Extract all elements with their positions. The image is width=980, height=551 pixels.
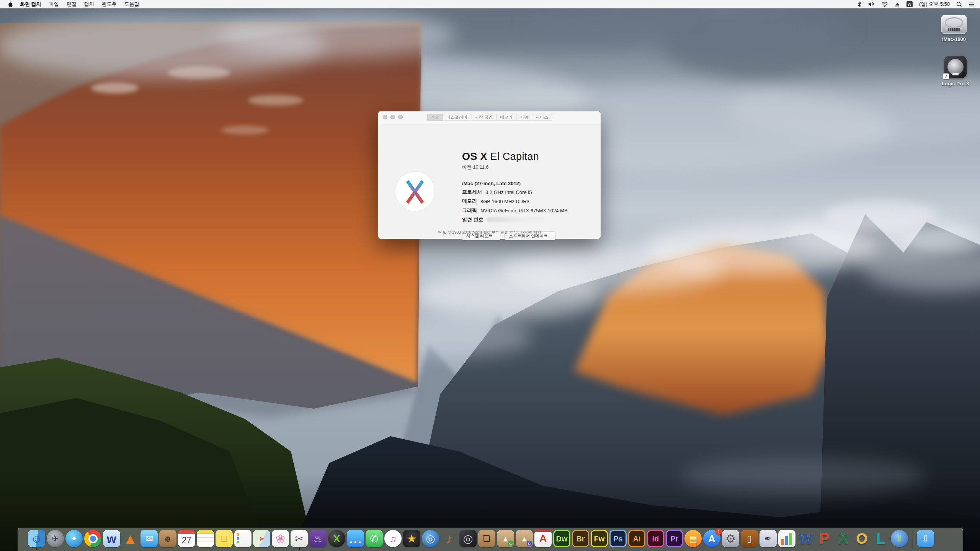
dock-item-garageband[interactable]: ♪ bbox=[441, 530, 458, 550]
contacts-glyph: ☻ bbox=[163, 534, 173, 543]
zoom-button[interactable] bbox=[398, 115, 403, 119]
dock-item-itunes[interactable]: ♫ bbox=[384, 530, 402, 550]
numbers-icon bbox=[778, 530, 795, 547]
dock-item-lync[interactable]: L bbox=[872, 530, 889, 550]
logic-speaker-disc bbox=[947, 59, 964, 75]
word-icon: W bbox=[797, 530, 814, 547]
dock-item-calendar[interactable]: 27 bbox=[178, 530, 195, 550]
dock-item-chrome[interactable] bbox=[84, 530, 101, 550]
menu-도움말[interactable]: 도움말 bbox=[121, 0, 143, 8]
stuffit-dropstuff-chip: G bbox=[527, 541, 532, 546]
menu-윈도우[interactable]: 윈도우 bbox=[98, 0, 121, 8]
license-agreement-link[interactable]: 사용권 계약 bbox=[520, 230, 541, 235]
garageband-glyph: ♪ bbox=[446, 531, 453, 546]
dock-item-app-store[interactable]: A1 bbox=[703, 530, 720, 550]
input-source-korean-icon[interactable]: A bbox=[906, 1, 913, 7]
bridge-icon: Br bbox=[572, 530, 589, 547]
dock-item-facetime[interactable]: ✆ bbox=[366, 530, 383, 550]
dock-item-photos[interactable]: ❀ bbox=[272, 530, 289, 550]
desktop-icon-logic-pro-x[interactable]: ↗ Logic Pro X bbox=[933, 56, 978, 86]
dock-item-contacts[interactable]: ☻ bbox=[159, 530, 176, 550]
dock-item-finder[interactable]: ☺ bbox=[28, 530, 45, 550]
dock-item-stuffit-dropstuff[interactable]: ▲G bbox=[516, 530, 533, 550]
dvd-player-icon: ◎ bbox=[422, 530, 439, 547]
desktop-icon-label: Logic Pro X bbox=[942, 81, 969, 86]
dock-item-notes[interactable] bbox=[197, 530, 214, 550]
dock-item-dvd-player[interactable]: ◎ bbox=[422, 530, 439, 550]
stickies-icon: ❏ bbox=[216, 530, 233, 547]
tab-디스플레이[interactable]: 디스플레이 bbox=[443, 114, 471, 121]
dock-item-excel[interactable]: X bbox=[835, 530, 852, 550]
dock-item-premiere[interactable]: Pr bbox=[666, 530, 683, 550]
copyright-footer: ™ 및 © 1983-2016 Apple Inc. 모든 권리 보유. 사용권… bbox=[378, 230, 601, 235]
notification-center-icon[interactable] bbox=[969, 2, 975, 7]
x-sphere-game-glyph: X bbox=[333, 534, 340, 544]
dock-item-acrobat-reader[interactable]: A bbox=[534, 530, 552, 550]
dock-item-messages[interactable]: … bbox=[347, 530, 364, 550]
tab-지원[interactable]: 지원 bbox=[516, 114, 532, 121]
dreamweaver-icon: Dw bbox=[553, 530, 570, 547]
dock-item-indesign[interactable]: Id bbox=[647, 530, 664, 550]
logic-pro-glyph: ◎ bbox=[463, 533, 473, 544]
dock-item-w-globe-web-app[interactable]: w bbox=[103, 530, 120, 550]
menu-편집[interactable]: 편집 bbox=[63, 0, 80, 8]
system-preferences-glyph: ⚙ bbox=[725, 533, 736, 544]
dock-item-maps[interactable]: ➤ bbox=[253, 530, 270, 550]
tab-메모리[interactable]: 메모리 bbox=[497, 114, 516, 121]
powerpoint-icon: P bbox=[816, 530, 833, 547]
tab-저장 공간[interactable]: 저장 공간 bbox=[471, 114, 497, 121]
logic-pro-icon: ↗ bbox=[944, 56, 967, 78]
dock-item-numbers[interactable] bbox=[778, 530, 795, 550]
menu-캡처[interactable]: 캡처 bbox=[80, 0, 98, 8]
minimize-button[interactable] bbox=[390, 115, 395, 119]
volume-icon[interactable] bbox=[868, 2, 875, 7]
dock-item-bridge[interactable]: Br bbox=[572, 530, 589, 550]
safari-glyph: ✦ bbox=[70, 535, 77, 543]
dock-item-downloads-folder[interactable]: ⇩ bbox=[917, 530, 934, 550]
close-button[interactable] bbox=[383, 115, 387, 119]
dock-item-toast-titanium[interactable]: ♨ bbox=[309, 530, 327, 550]
window-title-bar[interactable]: 개요디스플레이저장 공간메모리지원서비스 bbox=[378, 111, 601, 123]
dock-item-safari[interactable]: ✦ bbox=[65, 530, 83, 550]
eject-icon[interactable] bbox=[895, 2, 900, 7]
dock-item-vlc[interactable]: ▲ bbox=[122, 530, 139, 550]
dock-item-photo-pinboard[interactable]: ❏ bbox=[478, 530, 495, 550]
menu-파일[interactable]: 파일 bbox=[45, 0, 63, 8]
menu-화면 캡처[interactable]: 화면 캡처 bbox=[16, 0, 45, 8]
dock-item-screen-capture-grab[interactable]: ✂ bbox=[291, 530, 308, 550]
tab-개요[interactable]: 개요 bbox=[427, 114, 443, 121]
dock-item-powerpoint[interactable]: P bbox=[816, 530, 833, 550]
dock-item-photoshop[interactable]: Ps bbox=[609, 530, 627, 550]
dock-item-launchpad[interactable]: ✈ bbox=[47, 530, 64, 550]
dock-item-trash[interactable] bbox=[936, 530, 953, 550]
dock-item-word[interactable]: W bbox=[797, 530, 814, 550]
wifi-icon[interactable] bbox=[881, 2, 888, 7]
dock-item-internet-downloader[interactable]: ⇩ bbox=[891, 530, 908, 550]
dock-item-keynote[interactable]: ▯ bbox=[741, 530, 758, 550]
dock-item-system-preferences[interactable]: ⚙ bbox=[722, 530, 739, 550]
dock-item-dreamweaver[interactable]: Dw bbox=[553, 530, 570, 550]
dock-item-stuffit-expander[interactable]: ▲G bbox=[497, 530, 514, 550]
apple-menu[interactable] bbox=[5, 1, 16, 7]
bluetooth-icon[interactable] bbox=[858, 2, 862, 7]
system-preferences-icon: ⚙ bbox=[722, 530, 739, 547]
dock-item-x-sphere-game[interactable]: X bbox=[328, 530, 345, 550]
dock-item-imovie[interactable]: ★ bbox=[403, 530, 420, 550]
dock-item-ibooks[interactable]: ▤ bbox=[684, 530, 702, 550]
dock: ☺✈✦w▲✉☻27❏➤❀✂♨X…✆♫★◎♪◎❏▲G▲GADwBrFwPsAiId… bbox=[18, 528, 963, 551]
dock-item-fireworks[interactable]: Fw bbox=[591, 530, 608, 550]
dock-item-illustrator[interactable]: Ai bbox=[628, 530, 645, 550]
photos-glyph: ❀ bbox=[276, 533, 285, 544]
spotlight-icon[interactable] bbox=[956, 2, 962, 7]
ibooks-glyph: ▤ bbox=[689, 535, 697, 543]
desktop-icon-imac-1000[interactable]: iMac-1000 bbox=[932, 15, 976, 42]
dock-item-outlook[interactable]: O bbox=[853, 530, 871, 550]
dock-item-stickies[interactable]: ❏ bbox=[216, 530, 233, 550]
os-title: OS X El Capitan bbox=[462, 151, 594, 163]
dock-item-logic-pro[interactable]: ◎ bbox=[459, 530, 477, 550]
dock-item-pages[interactable]: ✒ bbox=[760, 530, 777, 550]
menu-clock[interactable]: (일) 오후 5:50 bbox=[919, 1, 950, 8]
dock-item-reminders[interactable] bbox=[234, 530, 252, 550]
tab-서비스[interactable]: 서비스 bbox=[532, 114, 552, 121]
dock-item-mail[interactable]: ✉ bbox=[140, 530, 158, 550]
